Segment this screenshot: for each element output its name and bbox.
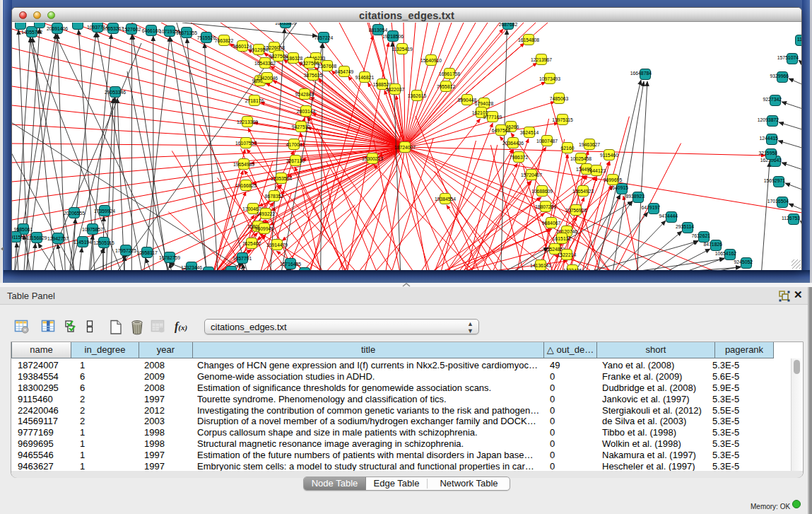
svg-text:12213967: 12213967 [531, 57, 552, 62]
svg-text:6794028: 6794028 [475, 101, 494, 106]
svg-text:7485063: 7485063 [550, 96, 569, 101]
svg-text:12505115: 12505115 [93, 240, 114, 245]
svg-text:9474444: 9474444 [659, 214, 678, 218]
svg-text:16671355: 16671355 [176, 30, 197, 35]
svg-text:9609949: 9609949 [255, 226, 274, 231]
svg-text:8186328: 8186328 [284, 56, 303, 61]
svg-text:9777169: 9777169 [483, 115, 502, 119]
svg-text:20206555: 20206555 [64, 211, 85, 216]
svg-text:7857224: 7857224 [314, 35, 334, 40]
svg-text:9585061: 9585061 [14, 227, 33, 232]
svg-text:7644123: 7644123 [587, 168, 606, 173]
svg-text:8471826: 8471826 [704, 242, 723, 247]
svg-text:8678352: 8678352 [265, 194, 284, 199]
svg-text:8990448: 8990448 [458, 98, 477, 103]
svg-text:1588520: 1588520 [373, 82, 392, 87]
svg-text:8454749: 8454749 [335, 69, 354, 74]
svg-text:10653267: 10653267 [102, 26, 124, 31]
svg-text:16782759: 16782759 [159, 255, 180, 260]
svg-text:1493222: 1493222 [257, 211, 276, 216]
svg-text:6479197: 6479197 [642, 205, 661, 210]
svg-text:18724007: 18724007 [394, 145, 416, 150]
svg-text:11325419: 11325419 [392, 47, 413, 52]
svg-text:1733426: 1733426 [563, 268, 582, 271]
svg-text:10973493: 10973493 [539, 76, 560, 81]
svg-text:3267130: 3267130 [286, 158, 305, 163]
svg-text:16107553: 16107553 [235, 141, 257, 146]
svg-text:7632621: 7632621 [692, 233, 711, 238]
svg-text:2687682: 2687682 [499, 23, 518, 27]
svg-text:3875635: 3875635 [304, 73, 323, 78]
svg-text:16648784: 16648784 [630, 71, 652, 76]
svg-text:12942757: 12942757 [47, 236, 69, 241]
svg-text:15226058: 15226058 [264, 45, 285, 50]
svg-text:7625402: 7625402 [242, 241, 261, 246]
svg-text:9227342: 9227342 [763, 97, 782, 102]
svg-text:12323446: 12323446 [181, 265, 202, 270]
svg-text:9245052: 9245052 [734, 259, 753, 264]
svg-text:391159: 391159 [12, 235, 23, 240]
svg-text:10654162: 10654162 [715, 251, 736, 256]
svg-text:10975857: 10975857 [82, 227, 103, 232]
svg-text:20756928: 20756928 [565, 208, 587, 213]
svg-text:29053346: 29053346 [105, 90, 126, 95]
svg-text:1126753: 1126753 [782, 216, 800, 221]
svg-text:62160: 62160 [561, 146, 575, 151]
svg-text:9327508: 9327508 [300, 61, 319, 66]
svg-text:16033809: 16033809 [275, 23, 296, 25]
svg-text:10958117: 10958117 [136, 250, 158, 255]
svg-text:13975115: 13975115 [552, 117, 573, 122]
svg-text:1145194: 1145194 [73, 240, 92, 245]
svg-text:7955812: 7955812 [437, 84, 456, 89]
svg-text:15692971: 15692971 [764, 178, 785, 183]
svg-text:2935114: 2935114 [676, 224, 694, 229]
svg-text:9115460: 9115460 [600, 153, 618, 158]
svg-text:23420046: 23420046 [257, 76, 278, 81]
svg-text:10025458: 10025458 [570, 156, 592, 161]
svg-text:1640915: 1640915 [610, 185, 629, 190]
svg-text:19166825: 19166825 [235, 183, 257, 188]
svg-text:7986372: 7986372 [510, 155, 529, 160]
svg-text:9242848: 9242848 [295, 92, 314, 97]
svg-text:12093872: 12093872 [758, 117, 779, 122]
svg-text:2718176: 2718176 [245, 98, 264, 103]
svg-text:17016504: 17016504 [767, 199, 789, 204]
svg-text:13654923: 13654923 [572, 189, 594, 194]
svg-text:11156829: 11156829 [26, 235, 47, 240]
svg-text:1522214: 1522214 [558, 252, 577, 257]
svg-text:7663822: 7663822 [215, 38, 234, 43]
svg-text:1244415: 1244415 [760, 136, 779, 141]
svg-text:19218506: 19218506 [382, 34, 404, 39]
svg-text:19654985: 19654985 [233, 162, 254, 167]
svg-text:6497568: 6497568 [492, 128, 511, 133]
svg-text:1615132: 1615132 [553, 236, 572, 241]
svg-text:3215958: 3215958 [759, 151, 778, 156]
svg-text:15720407: 15720407 [521, 173, 542, 177]
svg-text:16914479: 16914479 [266, 243, 288, 247]
svg-text:19384554: 19384554 [435, 197, 456, 201]
svg-text:8938923: 8938923 [626, 194, 645, 199]
svg-text:17359924: 17359924 [94, 209, 115, 214]
svg-text:16154808: 16154808 [518, 37, 539, 42]
svg-text:7515526: 7515526 [197, 35, 216, 40]
svg-text:14136141: 14136141 [530, 263, 551, 268]
svg-text:5822037: 5822037 [386, 87, 405, 92]
svg-text:20364436: 20364436 [502, 141, 524, 146]
svg-text:9457791: 9457791 [233, 256, 252, 261]
svg-text:8813054: 8813054 [369, 28, 388, 33]
svg-text:17957225: 17957225 [115, 248, 136, 253]
svg-text:9427512: 9427512 [292, 124, 311, 129]
svg-text:2803144: 2803144 [297, 109, 316, 114]
svg-text:14055712: 14055712 [21, 30, 42, 35]
svg-text:10688609: 10688609 [531, 189, 553, 194]
svg-text:417004: 417004 [286, 142, 302, 147]
svg-text:6466160: 6466160 [142, 28, 161, 33]
svg-text:1527602: 1527602 [122, 27, 141, 32]
svg-text:9684067: 9684067 [542, 221, 561, 226]
svg-text:15300213: 15300213 [362, 156, 383, 161]
svg-text:9329966: 9329966 [770, 74, 789, 78]
svg-text:9146821: 9146821 [355, 75, 375, 80]
svg-text:16961758: 16961758 [439, 71, 460, 76]
svg-text:20691406: 20691406 [47, 26, 68, 31]
svg-text:18807269: 18807269 [535, 204, 556, 209]
